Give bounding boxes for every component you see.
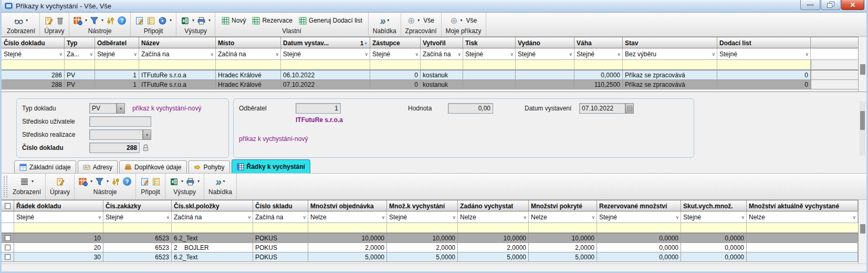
column-header-cis-skl-polozky[interactable]: Čís.skl.položky (172, 200, 253, 211)
orders-entry-row[interactable] (2, 60, 858, 70)
filter-dropdown[interactable]: Nelze∨ (747, 211, 858, 223)
filter-dropdown[interactable]: Stejné∨ (681, 211, 747, 223)
column-header-typ[interactable]: Typ (65, 37, 95, 48)
table-row[interactable]: 20 6523 2 BOJLER POKUS 2,0000 2,0000 2,0… (2, 243, 858, 252)
my-orders-scope-value[interactable]: Vše (466, 17, 477, 24)
note-icon[interactable] (135, 16, 144, 25)
column-header-dodaci-list[interactable]: Dodací list (717, 37, 811, 48)
column-header-zadano-vychystat[interactable]: Zadáno vychystat (458, 200, 529, 211)
column-header-cislo-skladu[interactable]: Číslo skladu (253, 200, 308, 211)
scrollbar-thumb[interactable] (860, 111, 865, 130)
edit-icon[interactable] (44, 16, 53, 25)
print-icon[interactable] (197, 16, 206, 25)
datum-vystaveni-input[interactable]: 07.10.2022 (579, 103, 625, 114)
new-order-button[interactable]: Nový (219, 16, 247, 26)
filter-dropdown[interactable]: Stejné∨ (516, 48, 574, 59)
dropdown-icon[interactable]: ▾ (181, 179, 183, 184)
column-header-odberatel[interactable]: Odběratel (95, 37, 139, 48)
edit-icon[interactable] (56, 177, 65, 186)
dropdown-icon[interactable]: ▾ (197, 179, 200, 184)
column-header-mnozstvi-aktualne[interactable]: Množství aktuálně vychystané (747, 200, 858, 211)
process-icon[interactable]: ⊕ (450, 16, 457, 25)
list-view-icon[interactable] (20, 177, 29, 186)
checklist-icon[interactable] (147, 16, 155, 25)
column-header-stav[interactable]: Stav (623, 37, 717, 48)
odberatel-input[interactable]: 1 (296, 103, 341, 114)
dropdown-icon[interactable]: ▾ (208, 18, 211, 23)
excel-icon[interactable] (181, 16, 190, 25)
toolbar-grip[interactable] (4, 176, 7, 197)
generate-delivery-note-button[interactable]: Generuj Dodací list (297, 16, 364, 26)
column-header-cislo-dokladu[interactable]: Číslo dokladu (2, 37, 65, 48)
column-header-cis-zakazky[interactable]: Čís.zakázky (103, 200, 172, 211)
print-icon[interactable] (186, 177, 195, 186)
column-header-mnozstvi-pokryte[interactable]: Množství pokryté (529, 200, 597, 211)
dropdown-icon[interactable]: ▾ (192, 18, 194, 23)
tab-radky-k-vychystani[interactable]: Řádky k vychystání (232, 159, 310, 173)
picking-entry-row[interactable] (2, 223, 858, 234)
calendar-button[interactable] (625, 103, 634, 114)
filter-dropdown[interactable]: Stejné∨ (717, 48, 811, 59)
close-button[interactable]: ✕ (841, 0, 864, 10)
help-icon[interactable]: ? (118, 16, 126, 25)
filter-dropdown[interactable]: Začíná na∨ (421, 48, 463, 59)
table-row[interactable]: 286 PV 1 ITFutuRe s.r.o.a Hradec Králové… (2, 70, 858, 80)
dropdown-icon[interactable]: ▾ (85, 18, 87, 23)
menu-chevrons-icon[interactable]: » (215, 177, 220, 186)
filter-dropdown[interactable]: Stejné∨ (103, 211, 172, 223)
view-icon[interactable] (14, 16, 23, 25)
filter-dropdown[interactable]: Nelze∨ (308, 211, 387, 223)
help-icon[interactable]: ? (123, 177, 131, 186)
table-tools-icon[interactable] (74, 16, 82, 25)
column-header-skut-vych-mnoz[interactable]: Skut.vych.množ. (681, 200, 747, 211)
column-header-zastupce[interactable]: Zástupce (370, 37, 421, 48)
stredisko-realizace-combo[interactable] (89, 129, 143, 140)
column-header-vaha[interactable]: Váha (574, 37, 623, 48)
dropdown-icon[interactable]: ▾ (223, 179, 225, 184)
column-header-misto[interactable]: Místo (216, 37, 281, 48)
filter-dropdown[interactable]: Začíná na∨ (216, 48, 281, 59)
tab-zakladni-udaje[interactable]: Základní údaje (14, 160, 76, 173)
tab-doplnkove-udaje[interactable]: Doplňkové údaje (119, 160, 186, 173)
dropdown-icon[interactable]: ▾ (101, 18, 103, 23)
process-icon[interactable]: ⊕ (407, 16, 415, 25)
row-checkbox[interactable] (2, 234, 14, 242)
dropdown-icon[interactable]: ▾ (417, 18, 420, 23)
filter-dropdown[interactable]: Stejné∨ (14, 211, 103, 223)
filter-dropdown[interactable]: Stejné∨ (463, 48, 516, 59)
filter-icon[interactable] (95, 177, 104, 186)
column-header-vytvoril[interactable]: Vytvořil (421, 37, 463, 48)
column-header-vydano[interactable]: Vydáno (516, 37, 574, 48)
column-header-radek-dokladu[interactable]: Řádek dokladu (14, 200, 103, 211)
scrollbar-thumb[interactable] (860, 64, 865, 75)
typ-dokladu-combo[interactable]: PV (89, 103, 117, 114)
column-header-mnoz-k-vychystani[interactable]: Množ.k vychystání (387, 200, 458, 211)
media-icon[interactable] (158, 16, 167, 25)
filter-dropdown[interactable]: Začíná na∨ (172, 211, 253, 223)
filter-dropdown[interactable]: Stejné∨ (597, 211, 681, 223)
combo-button[interactable]: ▾ (117, 103, 125, 114)
tab-pohyby[interactable]: Pohyby (189, 160, 230, 173)
filter-dropdown[interactable]: Stejné∨ (281, 48, 370, 59)
restore-button[interactable] (821, 0, 841, 10)
column-header-datum-vystaveni[interactable]: Datum vystav... 1▼ (281, 37, 370, 48)
form-vertical-scrollbar[interactable] (860, 102, 865, 156)
table-row-selected[interactable]: 10 6523 6.2_Text POKUS 10,0000 10,0000 1… (2, 234, 858, 243)
reservation-button[interactable]: Rezervace (250, 16, 294, 26)
filter-icon[interactable] (90, 16, 99, 25)
filter-dropdown[interactable]: Stejné∨ (2, 48, 65, 59)
filter-dropdown[interactable]: Stejné∨ (95, 48, 139, 59)
dropdown-icon[interactable]: ▾ (32, 179, 34, 184)
scrollbar-thumb[interactable] (860, 224, 865, 234)
row-checkbox[interactable] (2, 243, 14, 252)
filter-dropdown[interactable]: Nelze∨ (458, 211, 529, 223)
dropdown-icon[interactable]: ▾ (107, 179, 109, 184)
table-row[interactable]: 30 6523 6.2_Text POKUS 5,0000 5,0000 5,0… (2, 252, 858, 262)
filter-dropdown[interactable]: Stejné∨ (574, 48, 623, 59)
filter-dropdown[interactable]: Za...∨ (65, 48, 95, 59)
dropdown-icon[interactable]: ▾ (387, 18, 389, 23)
minimize-button[interactable] (800, 0, 820, 10)
column-header-nazev[interactable]: Název (139, 37, 216, 48)
hodnota-input[interactable]: 0,00 (448, 103, 493, 114)
menu-chevrons-icon[interactable]: » (380, 16, 384, 25)
